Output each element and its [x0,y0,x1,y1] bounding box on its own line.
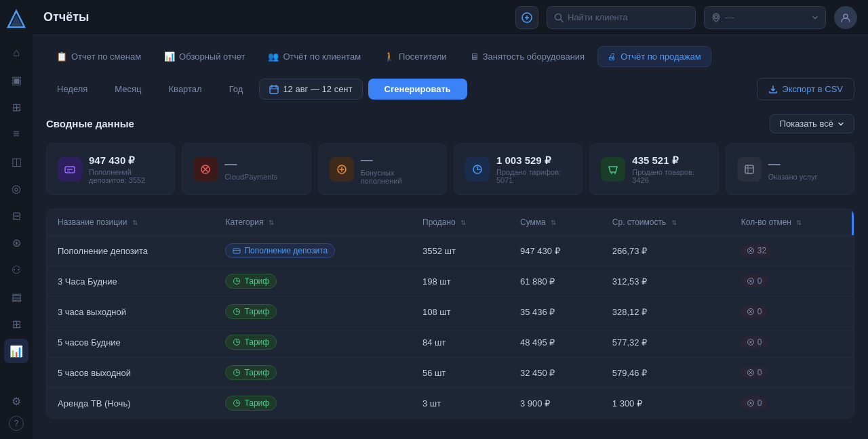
col-sold-label: Продано [422,217,456,227]
col-cancels[interactable]: Кол-во отмен ⇅ [730,209,854,236]
search-bar[interactable] [547,6,696,29]
bonus-icon [330,157,354,182]
row-4-sold: 56 шт [412,358,509,388]
row-1-sold: 198 шт [412,266,509,297]
svg-point-25 [611,173,612,174]
deposits-label: Пополнений депозитов: 3552 [89,168,163,184]
table-header-row: Название позиции ⇅ Категория ⇅ Продано ⇅ [47,209,854,236]
sidebar-item-help[interactable]: ? [9,416,24,431]
table-row[interactable]: 5 часов Будние Тариф 84 шт 48 495 ₽ 577,… [47,327,854,358]
sidebar-item-home[interactable]: ⌂ [4,41,28,65]
generate-button[interactable]: Сгенерировать [368,79,467,100]
scroll-indicator [852,209,854,235]
sidebar-item-location[interactable]: ◎ [4,176,28,201]
category-tariff-3: Тариф [244,337,269,347]
card-services-info: — Оказано услуг [768,157,818,181]
visitors-icon: 🚶 [384,51,395,62]
location-icon [711,13,721,22]
cloud-label: CloudPayments [224,173,277,181]
sales-icon: 🖨 [608,51,616,62]
sidebar-item-calendar[interactable]: ◫ [4,149,28,173]
sidebar-item-chat[interactable]: ▤ [4,285,28,309]
row-0-cancels: 32 [730,236,854,266]
sidebar-item-menu[interactable]: ≡ [4,122,28,146]
period-quarter[interactable]: Квартал [158,79,213,99]
deposits-value: 947 430 ₽ [89,154,163,167]
row-2-sum: 35 436 ₽ [509,297,601,327]
location-dropdown[interactable]: — [704,6,826,29]
tab-shifts-label: Отчет по сменам [71,51,141,62]
tab-visitors[interactable]: 🚶 Посетители [374,46,457,67]
row-5-avg: 1 300 ₽ [601,388,730,419]
sidebar-item-apps[interactable]: ⊞ [4,312,28,336]
goods-icon [601,157,625,182]
table-row[interactable]: 3 часа выходной Тариф 108 шт 35 436 ₽ 32… [47,297,854,327]
card-deposits-info: 947 430 ₽ Пополнений депозитов: 3552 [89,154,163,184]
tariffs-icon [465,157,490,182]
row-4-sum: 32 450 ₽ [509,358,601,388]
main-area: Отчёты — 📋 Отчет по сменам 📊 Обзорный [33,0,868,439]
sidebar-item-layers[interactable]: ⊟ [4,203,28,228]
category-badge-tariff-1: Тариф [225,274,277,289]
sidebar-item-tag[interactable]: ⊛ [4,230,28,255]
row-2-avg: 328,12 ₽ [601,297,730,327]
col-sold[interactable]: Продано ⇅ [412,209,509,236]
tab-equipment[interactable]: 🖥 Занятость оборудования [460,46,595,67]
period-week[interactable]: Неделя [46,79,98,99]
table-body: Пополнение депозита Пополнение депозита … [47,236,854,419]
col-category[interactable]: Категория ⇅ [214,209,412,236]
col-sum[interactable]: Сумма ⇅ [509,209,601,236]
col-name[interactable]: Название позиции ⇅ [47,209,214,236]
tab-overview[interactable]: 📊 Обзорный отчет [154,46,255,67]
sidebar-item-analytics[interactable]: 📊 [4,339,28,363]
tab-shifts[interactable]: 📋 Отчет по сменам [46,46,151,67]
svg-point-8 [844,14,848,18]
show-all-dropdown[interactable]: Показать всё [770,114,854,133]
sort-sum-icon: ⇅ [551,219,556,226]
bonus-label: Бонусных пополнений [361,169,435,185]
sidebar-item-monitor[interactable]: ▣ [4,68,28,92]
sidebar-item-grid[interactable]: ⊞ [4,95,28,119]
row-0-sold: 3552 шт [412,236,509,266]
sales-table: Название позиции ⇅ Категория ⇅ Продано ⇅ [46,209,854,419]
category-badge-tariff-3: Тариф [225,335,277,350]
period-month[interactable]: Месяц [104,79,152,99]
period-year[interactable]: Год [218,79,254,99]
tab-sales[interactable]: 🖨 Отчёт по продажам [597,46,711,67]
table-row[interactable]: 5 часов выходной Тариф 56 шт 32 450 ₽ 57… [47,358,854,388]
tab-overview-label: Обзорный отчет [179,51,245,62]
calendar-icon [269,85,279,94]
sidebar-item-settings[interactable]: ⚙ [4,389,28,413]
row-1-name: 3 Часа Будние [47,266,214,297]
tab-clients[interactable]: 👥 Отчёт по клиентам [258,46,371,67]
row-3-sold: 84 шт [412,327,509,358]
row-1-avg: 312,53 ₽ [601,266,730,297]
row-0-sum: 947 430 ₽ [509,236,601,266]
table-row[interactable]: Пополнение депозита Пополнение депозита … [47,236,854,266]
user-avatar[interactable] [834,6,857,29]
col-name-label: Название позиции [58,217,127,227]
export-button[interactable]: Экспорт в CSV [757,78,854,100]
row-2-name: 3 часа выходной [47,297,214,327]
summary-header: Сводные данные Показать всё [46,114,854,133]
sidebar-item-users[interactable]: ⚇ [4,257,28,282]
card-goods: 435 521 ₽ Продано товаров: 3426 [589,143,718,195]
col-avg-label: Ср. стоимость [612,217,666,227]
table-row[interactable]: Аренда ТВ (Ночь) Тариф 3 шт 3 900 ₽ 1 30… [47,388,854,419]
row-4-cancels: 0 [730,358,854,388]
row-5-cancels: 0 [730,388,854,419]
search-input[interactable] [568,12,676,22]
add-button[interactable] [515,6,538,29]
cancel-count-4: 0 [757,368,762,377]
data-table: Название позиции ⇅ Категория ⇅ Продано ⇅ [47,209,854,418]
cloud-value: — [224,157,277,171]
cancel-badge-4: 0 [741,367,768,379]
logo[interactable] [5,8,27,30]
tariffs-label: Продано тарифов: 5071 [496,168,571,184]
card-cloud: — CloudPayments [182,143,311,195]
table-row[interactable]: 3 Часа Будние Тариф 198 шт 61 880 ₽ 312,… [47,266,854,297]
col-avg-cost[interactable]: Ср. стоимость ⇅ [601,209,730,236]
row-4-category: Тариф [214,358,412,388]
date-range-picker[interactable]: 12 авг — 12 сент [259,79,362,100]
content-area: 📋 Отчет по сменам 📊 Обзорный отчет 👥 Отч… [33,35,868,439]
